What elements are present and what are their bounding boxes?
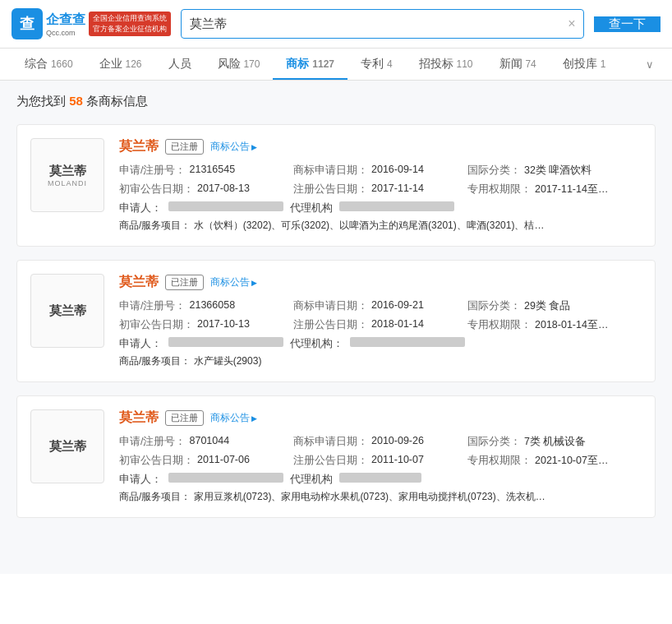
logo-icon: 查 (12, 8, 43, 39)
field-app-no-2: 申请/注册号： 8701044 (119, 435, 293, 449)
trademark-goods-0: 商品/服务项目： 水（饮料）(3202)、可乐(3202)、以啤酒为主的鸡尾酒(… (119, 219, 642, 233)
trademark-info-2: 莫兰蒂 已注册 商标公告 申请/注册号： 8701044 商标申请日期： 201… (119, 409, 642, 504)
logo-main-text: 企查查 (46, 12, 85, 29)
tab-综合[interactable]: 综合 1660 (12, 49, 86, 80)
trademark-applicant-row-2: 申请人： 代理机构 (119, 473, 642, 487)
field-app-date-0: 商标申请日期： 2016-09-14 (293, 164, 467, 178)
trademark-title-row-1: 莫兰蒂 已注册 商标公告 (119, 274, 642, 291)
field-reg-date-2: 注册公告日期： 2011-10-07 (293, 454, 467, 468)
field-prelim-date-1: 初审公告日期： 2017-10-13 (119, 318, 293, 332)
trademark-name-2[interactable]: 莫兰蒂 (119, 409, 159, 427)
trademark-info-1: 莫兰蒂 已注册 商标公告 申请/注册号： 21366058 商标申请日期： 20… (119, 274, 642, 368)
trademark-card-1: 莫兰蒂 莫兰蒂 已注册 商标公告 申请/注册号： 21366058 商标申请日期… (16, 260, 656, 382)
tab-商标[interactable]: 商标 1127 (273, 49, 348, 80)
result-prefix: 为您找到 (16, 94, 66, 108)
field-prelim-date-0: 初审公告日期： 2017-08-13 (119, 183, 293, 196)
trademark-fields-0: 申请/注册号： 21316545 商标申请日期： 2016-09-14 国际分类… (119, 164, 642, 196)
field-prelim-date-2: 初审公告日期： 2011-07-06 (119, 454, 293, 468)
result-suffix: 条商标信息 (86, 94, 148, 108)
trademark-announce-link-2[interactable]: 商标公告 (210, 411, 257, 425)
trademark-fields-2: 申请/注册号： 8701044 商标申请日期： 2010-09-26 国际分类：… (119, 435, 642, 468)
trademark-registered-tag-2: 已注册 (165, 410, 204, 426)
field-reg-date-1: 注册公告日期： 2018-01-14 (293, 318, 467, 332)
trademark-goods-1: 商品/服务项目： 水产罐头(2903) (119, 354, 642, 368)
logo-sub-text: Qcc.com (46, 29, 85, 37)
trademark-goods-2: 商品/服务项目： 家用豆浆机(0723)、家用电动榨水果机(0723)、家用电动… (119, 490, 642, 504)
trademark-logo-cn-0: 莫兰蒂 (49, 164, 86, 179)
tab-新闻[interactable]: 新闻 74 (486, 49, 550, 80)
trademark-announce-link-1[interactable]: 商标公告 (210, 275, 257, 289)
agent-masked-2 (339, 473, 421, 483)
applicant-masked-1 (168, 337, 283, 347)
trademark-applicant-row-0: 申请人： 代理机构 (119, 201, 642, 215)
logo-badge-line1: 全国企业信用查询系统 (93, 13, 167, 24)
trademark-name-0[interactable]: 莫兰蒂 (119, 138, 159, 155)
trademark-title-row-2: 莫兰蒂 已注册 商标公告 (119, 409, 642, 427)
agent-masked-1 (350, 337, 465, 347)
result-summary: 为您找到 58 条商标信息 (16, 94, 656, 109)
nav-tabs: 综合 1660 企业 126 人员 风险 170 商标 1127 专利 4 招投… (0, 49, 672, 81)
field-excl-period-1: 专用权期限： 2018-01-14至… (467, 318, 642, 332)
trademark-logo-1: 莫兰蒂 (30, 274, 104, 348)
trademark-name-1[interactable]: 莫兰蒂 (119, 274, 159, 291)
trademark-logo-cn-2: 莫兰蒂 (49, 439, 86, 455)
field-app-date-1: 商标申请日期： 2016-09-21 (293, 299, 467, 313)
search-input[interactable] (182, 17, 564, 31)
trademark-logo-0: 莫兰蒂 MOLANDI (30, 138, 104, 212)
tab-专利[interactable]: 专利 4 (348, 49, 406, 80)
tab-招投标[interactable]: 招投标 110 (406, 49, 486, 80)
applicant-masked-2 (168, 473, 283, 483)
trademark-card-2: 莫兰蒂 莫兰蒂 已注册 商标公告 申请/注册号： 8701044 商标申请日期：… (16, 395, 656, 518)
logo-badge-line2: 官方备案企业征信机构 (93, 24, 167, 35)
field-intl-class-0: 国际分类： 32类 啤酒饮料 (467, 164, 642, 178)
trademark-registered-tag-1: 已注册 (165, 275, 204, 290)
search-clear-icon[interactable]: × (564, 16, 580, 32)
trademark-logo-en-0: MOLANDI (48, 179, 87, 187)
field-app-no-1: 申请/注册号： 21366058 (119, 299, 293, 313)
field-app-date-2: 商标申请日期： 2010-09-26 (293, 435, 467, 449)
logo-badge: 全国企业信用查询系统 官方备案企业征信机构 (89, 12, 171, 35)
agent-masked-0 (339, 201, 454, 211)
result-count: 58 (69, 94, 83, 108)
logo-text: 企查查 Qcc.com (46, 12, 85, 37)
tab-风险[interactable]: 风险 170 (205, 49, 274, 80)
trademark-title-row-0: 莫兰蒂 已注册 商标公告 (119, 138, 642, 155)
field-intl-class-1: 国际分类： 29类 食品 (467, 299, 642, 313)
field-excl-period-0: 专用权期限： 2017-11-14至… (467, 183, 642, 196)
trademark-announce-link-0[interactable]: 商标公告 (210, 140, 257, 154)
trademark-fields-1: 申请/注册号： 21366058 商标申请日期： 2016-09-21 国际分类… (119, 299, 642, 332)
search-button[interactable]: 查一下 (594, 16, 660, 32)
header: 查 企查查 Qcc.com 全国企业信用查询系统 官方备案企业征信机构 × 查一… (0, 0, 672, 49)
field-intl-class-2: 国际分类： 7类 机械设备 (467, 435, 642, 449)
trademark-applicant-row-1: 申请人： 代理机构： (119, 337, 642, 351)
applicant-masked-0 (168, 201, 283, 211)
field-excl-period-2: 专用权期限： 2021-10-07至… (467, 454, 642, 468)
field-app-no-0: 申请/注册号： 21316545 (119, 164, 293, 178)
main-content: 为您找到 58 条商标信息 莫兰蒂 MOLANDI 莫兰蒂 已注册 商标公告 申… (0, 81, 672, 574)
trademark-card-0: 莫兰蒂 MOLANDI 莫兰蒂 已注册 商标公告 申请/注册号： 2131654… (16, 124, 656, 247)
field-reg-date-0: 注册公告日期： 2017-11-14 (293, 183, 467, 196)
tab-企业[interactable]: 企业 126 (86, 49, 155, 80)
logo-area: 查 企查查 Qcc.com 全国企业信用查询系统 官方备案企业征信机构 (12, 8, 171, 39)
trademark-logo-2: 莫兰蒂 (30, 409, 104, 483)
tab-人员[interactable]: 人员 (155, 49, 205, 80)
nav-more-icon[interactable]: ∨ (639, 50, 660, 79)
trademark-info-0: 莫兰蒂 已注册 商标公告 申请/注册号： 21316545 商标申请日期： 20… (119, 138, 642, 233)
trademark-logo-cn-1: 莫兰蒂 (49, 303, 86, 319)
trademark-registered-tag-0: 已注册 (165, 139, 204, 155)
search-bar: × (181, 9, 584, 39)
tab-创投库[interactable]: 创投库 1 (550, 49, 619, 80)
